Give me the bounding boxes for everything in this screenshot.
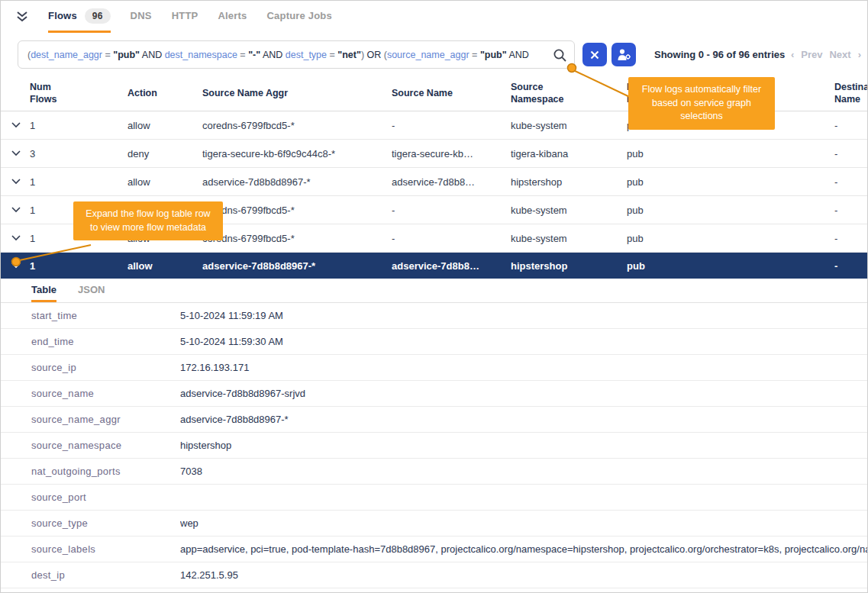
- detail-key: source_type: [31, 517, 180, 529]
- col-source-name[interactable]: Source Name: [392, 88, 511, 100]
- flow-logs-panel: Flows 96 DNS HTTP Alerts Capture Jobs (d…: [0, 0, 868, 593]
- detail-row: dest_ip142.251.5.95: [1, 562, 867, 588]
- expand-chevron-icon[interactable]: [11, 122, 30, 128]
- detail-value: 7038: [180, 466, 867, 477]
- detail-value: hipstershop: [180, 440, 867, 451]
- flows-count-badge: 96: [85, 8, 111, 24]
- detail-value: 172.16.193.171: [180, 362, 867, 373]
- table-row[interactable]: 1 allow adservice-7d8b8d8967-* adservice…: [1, 168, 867, 196]
- detail-key: source_port: [31, 491, 180, 503]
- detail-row: source_labelsapp=adservice, pci=true, po…: [1, 537, 867, 562]
- detail-row: source_name_aggradservice-7d8b8d8967-*: [1, 407, 867, 433]
- expand-chevron-icon[interactable]: [11, 263, 30, 269]
- col-num-flows[interactable]: Num Flows: [30, 82, 127, 105]
- tab-capture-jobs[interactable]: Capture Jobs: [266, 1, 331, 33]
- table-row[interactable]: 3 deny tigera-secure-kb-6f9c9c44c8-* tig…: [1, 140, 867, 168]
- detail-key: dest_ip: [31, 569, 180, 581]
- col-source-name-aggr[interactable]: Source Name Aggr: [202, 88, 392, 100]
- detail-value: adservice-7d8b8d8967-*: [180, 414, 867, 425]
- detail-row: source_port: [1, 485, 867, 511]
- filter-bar: (dest_name_aggr = "pub" AND dest_namespa…: [1, 33, 867, 77]
- tab-flows-label: Flows: [48, 10, 77, 21]
- callout-filter-tooltip: Flow logs automatically filter based on …: [628, 77, 775, 130]
- prev-page-button[interactable]: Prev: [801, 49, 822, 60]
- tab-alerts[interactable]: Alerts: [218, 1, 247, 33]
- expand-chevron-icon[interactable]: [11, 150, 30, 156]
- detail-value: 5-10-2024 11:59:19 AM: [180, 310, 867, 321]
- detail-key: end_time: [31, 336, 180, 347]
- detail-key: source_ip: [31, 362, 180, 373]
- detail-key: source_namespace: [31, 440, 180, 451]
- search-icon[interactable]: [553, 48, 567, 66]
- flow-table: Num Flows Action Source Name Aggr Source…: [1, 77, 867, 592]
- tab-http[interactable]: HTTP: [172, 1, 198, 33]
- next-page-button[interactable]: Next: [829, 49, 850, 60]
- user-gear-icon: [617, 48, 631, 61]
- col-dest-name[interactable]: Destination Name: [834, 82, 867, 105]
- detail-row: source_ip172.16.193.171: [1, 355, 867, 381]
- query-input[interactable]: (dest_name_aggr = "pub" AND dest_namespa…: [18, 40, 575, 69]
- tab-dns[interactable]: DNS: [131, 1, 152, 33]
- detail-row: source_nameadservice-7d8b8d8967-srjvd: [1, 381, 867, 407]
- expand-chevron-icon[interactable]: [11, 207, 30, 213]
- expand-chevron-icon[interactable]: [11, 179, 30, 185]
- detail-key: source_name: [31, 388, 180, 399]
- detail-tab-json[interactable]: JSON: [78, 284, 105, 302]
- tab-flows[interactable]: Flows 96: [48, 1, 111, 33]
- detail-key: nat_outgoing_ports: [31, 466, 180, 477]
- detail-value: 142.251.5.95: [180, 569, 867, 581]
- detail-tab-table[interactable]: Table: [31, 284, 56, 302]
- query-text: (dest_name_aggr = "pub" AND dest_namespa…: [27, 50, 529, 60]
- detail-row: start_time5-10-2024 11:59:19 AM: [1, 303, 867, 329]
- detail-row: nat_outgoing_ports7038: [1, 459, 867, 485]
- detail-tabbar: Table JSON: [1, 279, 867, 303]
- detail-row: source_typewep: [1, 511, 867, 537]
- detail-key: start_time: [31, 310, 180, 321]
- close-icon: [590, 50, 599, 60]
- showing-entries-text: Showing 0 - 96 of 96 entries: [654, 49, 785, 60]
- log-type-tabbar: Flows 96 DNS HTTP Alerts Capture Jobs: [1, 1, 867, 33]
- detail-row: source_namespacehipstershop: [1, 433, 867, 459]
- detail-value: adservice-7d8b8d8967-srjvd: [180, 388, 867, 399]
- expand-chevron-icon[interactable]: [11, 235, 30, 241]
- table-row-selected[interactable]: 1 allow adservice-7d8b8d8967-* adservice…: [1, 253, 867, 279]
- col-action[interactable]: Action: [127, 88, 202, 100]
- query-settings-button[interactable]: [611, 43, 636, 66]
- col-source-namespace[interactable]: Source Namespace: [511, 82, 627, 105]
- detail-value: 5-10-2024 11:59:30 AM: [180, 336, 867, 347]
- detail-key: source_labels: [31, 543, 180, 555]
- prev-chevron-icon[interactable]: ‹: [791, 49, 794, 60]
- pagination: ‹ Prev Next ›: [791, 49, 861, 60]
- callout-expand-tooltip: Expand the flow log table row to view mo…: [73, 201, 223, 240]
- next-chevron-icon[interactable]: ›: [858, 49, 861, 60]
- detail-row: end_time5-10-2024 11:59:30 AM: [1, 329, 867, 355]
- clear-filter-button[interactable]: [582, 43, 607, 66]
- detail-value: app=adservice, pci=true, pod-template-ha…: [180, 543, 867, 555]
- detail-key: source_name_aggr: [31, 414, 180, 425]
- double-chevron-down-icon: [16, 11, 28, 22]
- detail-value: wep: [180, 517, 867, 529]
- collapse-panel-button[interactable]: [16, 1, 28, 33]
